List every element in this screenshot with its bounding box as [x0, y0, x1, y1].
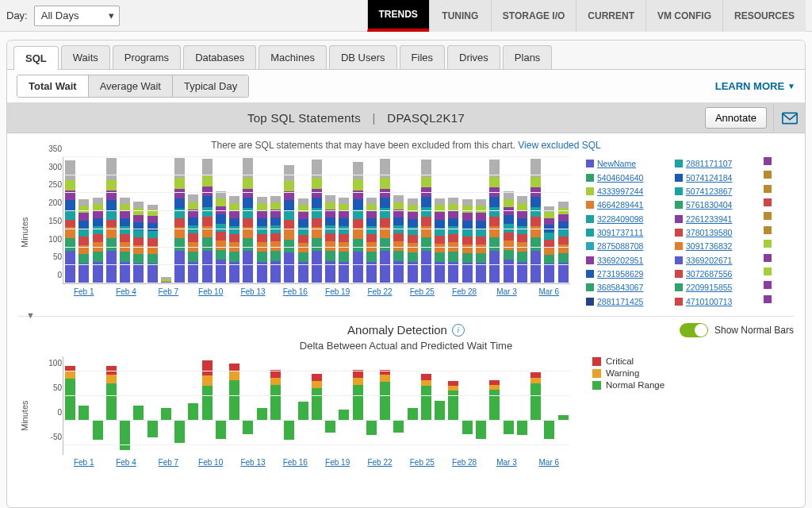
legend-item[interactable]: 3369202671: [675, 254, 759, 267]
legend-item[interactable]: 3091737111: [586, 226, 670, 239]
anomaly-legend: CriticalWarningNormal Range: [570, 356, 776, 475]
main-tab-tuning[interactable]: TUNING: [429, 0, 491, 32]
x-tick-link[interactable]: Mar 6: [528, 286, 570, 308]
legend-swatch: [764, 157, 772, 165]
legend-item[interactable]: 3228409098: [586, 212, 670, 225]
sub-tab-files[interactable]: Files: [400, 45, 445, 69]
x-tick-link[interactable]: Feb 13: [232, 286, 274, 308]
sql-bar[interactable]: [462, 199, 473, 283]
sql-bar[interactable]: [284, 165, 294, 283]
excluded-sql-note: There are SQL statements that may have b…: [18, 140, 794, 151]
legend-item[interactable]: 4664289441: [586, 198, 670, 211]
sub-tab-machines[interactable]: Machines: [259, 45, 327, 69]
legend-swatch: [764, 198, 772, 206]
sql-bar[interactable]: [229, 196, 239, 283]
anomaly-title: Anomaly Detection: [347, 323, 447, 337]
sql-bar[interactable]: [504, 191, 514, 283]
info-icon[interactable]: i: [452, 324, 465, 337]
view-excluded-sql-link[interactable]: View excluded SQL: [518, 140, 601, 151]
sub-tab-databases[interactable]: Databases: [183, 45, 256, 69]
x-tick-link[interactable]: Feb 10: [190, 286, 232, 308]
sub-tab-sql[interactable]: SQL: [13, 46, 59, 70]
sql-bar[interactable]: [147, 205, 158, 283]
legend-item[interactable]: 4333997244: [586, 185, 670, 198]
x-tick-link[interactable]: Mar 3: [485, 286, 527, 308]
sql-bar[interactable]: [517, 196, 527, 283]
wait-mode-typical-day[interactable]: Typical Day: [173, 75, 248, 97]
x-tick-link[interactable]: Feb 16: [274, 456, 316, 475]
main-tab-resources[interactable]: RESOURCES: [722, 0, 806, 32]
sub-tab-plans[interactable]: Plans: [503, 45, 553, 69]
main-tab-storage-i-o[interactable]: STORAGE I/O: [491, 0, 576, 32]
x-tick-link[interactable]: Feb 25: [401, 456, 443, 475]
sql-bar[interactable]: [325, 195, 335, 283]
legend-item[interactable]: 5074123867: [675, 185, 759, 198]
sql-bar[interactable]: [270, 196, 281, 283]
sql-bar[interactable]: [216, 191, 226, 283]
x-tick-link[interactable]: Feb 19: [316, 286, 358, 308]
x-tick-link[interactable]: Feb 28: [443, 286, 485, 308]
x-tick-link[interactable]: Feb 25: [401, 286, 443, 308]
legend-swatch: [764, 240, 772, 248]
sql-bar[interactable]: [79, 199, 89, 283]
x-tick-link[interactable]: Feb 28: [443, 456, 485, 475]
learn-more-link[interactable]: LEARN MORE ▼: [715, 80, 795, 92]
x-tick-link[interactable]: Feb 16: [274, 286, 316, 308]
legend-item[interactable]: 2881171107: [675, 157, 759, 170]
legend-item[interactable]: 2261233941: [675, 212, 759, 225]
legend-item[interactable]: 5761830404: [675, 198, 759, 211]
sql-bar[interactable]: [393, 195, 404, 283]
sub-tab-waits[interactable]: Waits: [61, 45, 110, 69]
x-tick-link[interactable]: Feb 22: [358, 456, 400, 475]
wait-mode-total-wait[interactable]: Total Wait: [17, 75, 89, 97]
x-tick-link[interactable]: Feb 13: [232, 456, 274, 475]
x-tick-link[interactable]: Feb 4: [105, 286, 147, 308]
x-tick-link[interactable]: Feb 7: [147, 456, 190, 475]
x-tick-link[interactable]: Feb 7: [147, 286, 190, 308]
legend-item[interactable]: 3780139580: [675, 226, 759, 239]
sub-tab-db-users[interactable]: DB Users: [329, 45, 397, 69]
legend-item[interactable]: 2881171425: [586, 295, 670, 308]
main-tab-trends[interactable]: TRENDS: [367, 0, 429, 32]
legend-item[interactable]: NewName: [586, 157, 670, 170]
x-tick-link[interactable]: Feb 22: [358, 286, 400, 308]
show-normal-bars-toggle[interactable]: [680, 323, 708, 337]
legend-item[interactable]: 3072687556: [675, 267, 759, 280]
sql-bar[interactable]: [558, 202, 569, 283]
sql-bar[interactable]: [133, 202, 144, 283]
legend-item[interactable]: 2731958629: [586, 267, 670, 280]
legend-item[interactable]: 5074124184: [675, 171, 759, 183]
day-filter-value: All Days: [41, 10, 79, 21]
legend-item[interactable]: 5404604640: [586, 171, 670, 183]
x-tick-link[interactable]: Feb 19: [316, 456, 358, 475]
legend-item[interactable]: 2875088708: [586, 240, 670, 252]
day-filter-select[interactable]: All Days: [34, 6, 120, 26]
legend-item[interactable]: 4710100713: [675, 295, 759, 308]
sql-bar[interactable]: [476, 199, 486, 283]
collapse-anomaly-toggle[interactable]: ▼: [26, 310, 35, 320]
wait-mode-toggle: Total WaitAverage WaitTypical Day: [17, 75, 249, 98]
page-title: Top SQL Statements | DPASQL2K17: [7, 111, 705, 125]
x-tick-link[interactable]: Feb 1: [63, 456, 105, 475]
sub-tab-drives[interactable]: Drives: [447, 45, 500, 69]
sql-bar[interactable]: [188, 194, 198, 283]
x-tick-link[interactable]: Mar 6: [528, 456, 570, 475]
legend-swatch: [764, 212, 772, 220]
x-tick-link[interactable]: Feb 4: [105, 456, 147, 475]
sql-bar[interactable]: [544, 206, 554, 283]
x-tick-link[interactable]: Feb 10: [190, 456, 232, 475]
main-tab-current[interactable]: CURRENT: [576, 0, 645, 32]
x-tick-link[interactable]: Mar 3: [485, 456, 527, 475]
legend-item[interactable]: 3369202951: [586, 254, 670, 267]
legend-item[interactable]: 2209915855: [675, 281, 759, 294]
main-tab-vm-config[interactable]: VM CONFIG: [645, 0, 722, 32]
wait-mode-average-wait[interactable]: Average Wait: [89, 75, 173, 97]
legend-item[interactable]: 3685843067: [586, 281, 670, 294]
x-tick-link[interactable]: Feb 1: [63, 286, 105, 308]
annotate-button[interactable]: Annotate: [705, 107, 767, 129]
main-panel: SQLWaitsProgramsDatabasesMachinesDB User…: [6, 40, 806, 508]
email-report-button[interactable]: [773, 103, 805, 133]
day-filter-label: Day:: [6, 10, 28, 21]
legend-item[interactable]: 3091736832: [675, 240, 759, 252]
sub-tab-programs[interactable]: Programs: [113, 45, 181, 69]
